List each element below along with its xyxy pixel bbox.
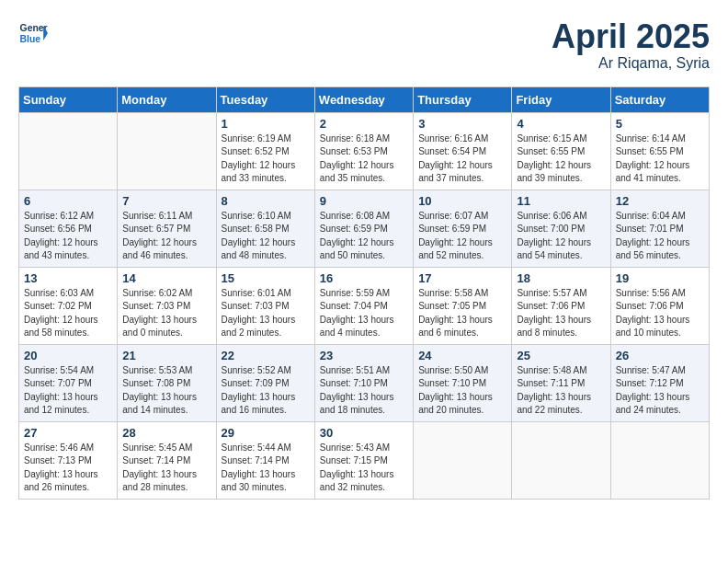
calendar-cell: 1Sunrise: 6:19 AMSunset: 6:52 PMDaylight… xyxy=(216,112,314,190)
day-info: Sunrise: 5:51 AMSunset: 7:10 PMDaylight:… xyxy=(320,364,408,418)
calendar-cell: 22Sunrise: 5:52 AMSunset: 7:09 PMDayligh… xyxy=(216,344,314,421)
day-number: 16 xyxy=(320,271,408,285)
day-number: 1 xyxy=(222,117,310,131)
day-number: 11 xyxy=(517,194,605,208)
day-number: 6 xyxy=(24,194,112,208)
day-info: Sunrise: 6:02 AMSunset: 7:03 PMDaylight:… xyxy=(122,287,210,340)
calendar-cell: 23Sunrise: 5:51 AMSunset: 7:10 PMDayligh… xyxy=(314,344,413,421)
calendar-cell: 24Sunrise: 5:50 AMSunset: 7:10 PMDayligh… xyxy=(414,344,512,421)
calendar-cell xyxy=(512,421,610,499)
day-number: 8 xyxy=(222,194,310,208)
day-info: Sunrise: 6:15 AMSunset: 6:55 PMDaylight:… xyxy=(517,132,605,186)
day-number: 22 xyxy=(222,349,310,362)
week-row-5: 27Sunrise: 5:46 AMSunset: 7:13 PMDayligh… xyxy=(19,421,710,499)
calendar-cell xyxy=(118,112,216,190)
header-row: SundayMondayTuesdayWednesdayThursdayFrid… xyxy=(19,86,710,112)
week-row-3: 13Sunrise: 6:03 AMSunset: 7:02 PMDayligh… xyxy=(19,267,710,344)
calendar-cell: 2Sunrise: 6:18 AMSunset: 6:53 PMDaylight… xyxy=(314,112,413,190)
calendar-cell: 7Sunrise: 6:11 AMSunset: 6:57 PMDaylight… xyxy=(118,190,216,267)
calendar-cell: 3Sunrise: 6:16 AMSunset: 6:54 PMDaylight… xyxy=(414,112,512,190)
calendar-cell: 18Sunrise: 5:57 AMSunset: 7:06 PMDayligh… xyxy=(512,267,610,344)
day-number: 13 xyxy=(24,271,112,285)
day-number: 20 xyxy=(24,349,112,362)
day-info: Sunrise: 6:06 AMSunset: 7:00 PMDaylight:… xyxy=(517,210,605,263)
day-info: Sunrise: 5:52 AMSunset: 7:09 PMDaylight:… xyxy=(222,364,310,418)
col-header-thursday: Thursday xyxy=(414,86,512,112)
day-info: Sunrise: 5:54 AMSunset: 7:07 PMDaylight:… xyxy=(24,364,112,418)
calendar-cell: 6Sunrise: 6:12 AMSunset: 6:56 PMDaylight… xyxy=(19,190,118,267)
col-header-friday: Friday xyxy=(512,86,610,112)
day-info: Sunrise: 6:03 AMSunset: 7:02 PMDaylight:… xyxy=(24,287,112,340)
calendar-cell: 17Sunrise: 5:58 AMSunset: 7:05 PMDayligh… xyxy=(414,267,512,344)
title-block: April 2025 Ar Riqama, Syria xyxy=(552,18,710,72)
page-header: General Blue April 2025 Ar Riqama, Syria xyxy=(18,18,710,72)
calendar-cell: 28Sunrise: 5:45 AMSunset: 7:14 PMDayligh… xyxy=(118,421,216,499)
calendar-cell: 30Sunrise: 5:43 AMSunset: 7:15 PMDayligh… xyxy=(314,421,413,499)
day-info: Sunrise: 5:48 AMSunset: 7:11 PMDaylight:… xyxy=(517,364,605,418)
logo-icon: General Blue xyxy=(18,18,48,48)
day-info: Sunrise: 6:01 AMSunset: 7:03 PMDaylight:… xyxy=(222,287,310,340)
calendar-cell: 11Sunrise: 6:06 AMSunset: 7:00 PMDayligh… xyxy=(512,190,610,267)
calendar-cell: 4Sunrise: 6:15 AMSunset: 6:55 PMDaylight… xyxy=(512,112,610,190)
calendar-cell xyxy=(414,421,512,499)
calendar-cell: 14Sunrise: 6:02 AMSunset: 7:03 PMDayligh… xyxy=(118,267,216,344)
day-info: Sunrise: 6:16 AMSunset: 6:54 PMDaylight:… xyxy=(418,132,506,186)
col-header-saturday: Saturday xyxy=(610,86,709,112)
day-info: Sunrise: 5:59 AMSunset: 7:04 PMDaylight:… xyxy=(320,287,408,340)
week-row-2: 6Sunrise: 6:12 AMSunset: 6:56 PMDaylight… xyxy=(19,190,710,267)
day-number: 10 xyxy=(418,194,506,208)
day-info: Sunrise: 5:44 AMSunset: 7:14 PMDaylight:… xyxy=(222,442,310,495)
day-info: Sunrise: 5:46 AMSunset: 7:13 PMDaylight:… xyxy=(24,442,112,495)
col-header-tuesday: Tuesday xyxy=(216,86,314,112)
day-info: Sunrise: 5:50 AMSunset: 7:10 PMDaylight:… xyxy=(418,364,506,418)
calendar-cell: 9Sunrise: 6:08 AMSunset: 6:59 PMDaylight… xyxy=(314,190,413,267)
calendar-cell: 20Sunrise: 5:54 AMSunset: 7:07 PMDayligh… xyxy=(19,344,118,421)
day-number: 19 xyxy=(616,271,704,285)
calendar-cell: 27Sunrise: 5:46 AMSunset: 7:13 PMDayligh… xyxy=(19,421,118,499)
day-number: 14 xyxy=(122,271,210,285)
day-info: Sunrise: 6:07 AMSunset: 6:59 PMDaylight:… xyxy=(418,210,506,263)
day-info: Sunrise: 6:10 AMSunset: 6:58 PMDaylight:… xyxy=(222,210,310,263)
week-row-1: 1Sunrise: 6:19 AMSunset: 6:52 PMDaylight… xyxy=(19,112,710,190)
day-number: 9 xyxy=(320,194,408,208)
calendar-cell: 25Sunrise: 5:48 AMSunset: 7:11 PMDayligh… xyxy=(512,344,610,421)
logo: General Blue xyxy=(18,18,51,48)
day-number: 21 xyxy=(122,349,210,362)
day-info: Sunrise: 5:43 AMSunset: 7:15 PMDaylight:… xyxy=(320,442,408,495)
day-number: 24 xyxy=(418,349,506,362)
calendar-cell: 21Sunrise: 5:53 AMSunset: 7:08 PMDayligh… xyxy=(118,344,216,421)
col-header-sunday: Sunday xyxy=(19,86,118,112)
day-number: 29 xyxy=(222,426,310,440)
day-info: Sunrise: 5:58 AMSunset: 7:05 PMDaylight:… xyxy=(418,287,506,340)
day-number: 5 xyxy=(616,117,704,131)
day-info: Sunrise: 5:57 AMSunset: 7:06 PMDaylight:… xyxy=(517,287,605,340)
month-title: April 2025 xyxy=(552,18,710,55)
day-number: 15 xyxy=(222,271,310,285)
calendar-cell xyxy=(19,112,118,190)
col-header-wednesday: Wednesday xyxy=(314,86,413,112)
day-info: Sunrise: 5:56 AMSunset: 7:06 PMDaylight:… xyxy=(616,287,704,340)
day-number: 12 xyxy=(616,194,704,208)
location-subtitle: Ar Riqama, Syria xyxy=(552,55,710,72)
calendar-cell: 5Sunrise: 6:14 AMSunset: 6:55 PMDaylight… xyxy=(610,112,709,190)
calendar-cell: 29Sunrise: 5:44 AMSunset: 7:14 PMDayligh… xyxy=(216,421,314,499)
svg-text:Blue: Blue xyxy=(20,34,41,44)
calendar-cell: 12Sunrise: 6:04 AMSunset: 7:01 PMDayligh… xyxy=(610,190,709,267)
day-info: Sunrise: 6:12 AMSunset: 6:56 PMDaylight:… xyxy=(24,210,112,263)
day-info: Sunrise: 6:11 AMSunset: 6:57 PMDaylight:… xyxy=(122,210,210,263)
calendar-cell: 8Sunrise: 6:10 AMSunset: 6:58 PMDaylight… xyxy=(216,190,314,267)
day-info: Sunrise: 6:18 AMSunset: 6:53 PMDaylight:… xyxy=(320,132,408,186)
calendar-table: SundayMondayTuesdayWednesdayThursdayFrid… xyxy=(18,86,710,500)
day-number: 2 xyxy=(320,117,408,131)
day-number: 18 xyxy=(517,271,605,285)
day-info: Sunrise: 6:04 AMSunset: 7:01 PMDaylight:… xyxy=(616,210,704,263)
day-number: 30 xyxy=(320,426,408,440)
calendar-cell: 26Sunrise: 5:47 AMSunset: 7:12 PMDayligh… xyxy=(610,344,709,421)
day-number: 17 xyxy=(418,271,506,285)
day-number: 3 xyxy=(418,117,506,131)
day-info: Sunrise: 5:45 AMSunset: 7:14 PMDaylight:… xyxy=(122,442,210,495)
calendar-cell xyxy=(610,421,709,499)
day-info: Sunrise: 5:47 AMSunset: 7:12 PMDaylight:… xyxy=(616,364,704,418)
day-number: 23 xyxy=(320,349,408,362)
calendar-cell: 15Sunrise: 6:01 AMSunset: 7:03 PMDayligh… xyxy=(216,267,314,344)
